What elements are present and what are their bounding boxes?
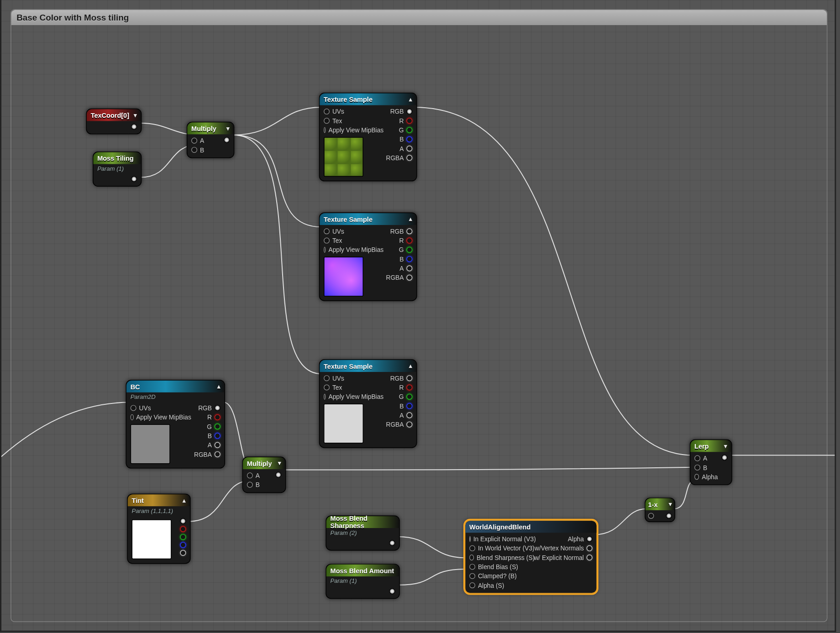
node-texture-sample-2[interactable]: Texture Sample ▴ UVs Tex Apply View MipB… bbox=[319, 212, 417, 301]
comment-title[interactable]: Base Color with Moss tiling bbox=[11, 10, 827, 25]
output-pin[interactable] bbox=[131, 124, 137, 130]
node-header[interactable]: WorldAlignedBlend bbox=[465, 521, 596, 533]
chevron-up-icon[interactable]: ▴ bbox=[409, 216, 412, 223]
node-moss-tiling[interactable]: Moss Tiling Param (1) bbox=[93, 152, 142, 187]
output-a[interactable]: A bbox=[399, 265, 412, 272]
output-pin[interactable] bbox=[180, 518, 186, 524]
input-alpha[interactable]: Alpha bbox=[694, 473, 718, 481]
node-world-aligned-blend[interactable]: WorldAlignedBlend In Explicit Normal (V3… bbox=[465, 520, 597, 594]
node-texture-sample-1[interactable]: Texture Sample ▴ UVs Tex Apply View MipB… bbox=[319, 93, 417, 181]
node-tint[interactable]: Tint ▴ Param (1,1,1,1) bbox=[127, 494, 190, 564]
output-g[interactable]: G bbox=[399, 393, 413, 400]
node-header[interactable]: Texture Sample ▴ bbox=[320, 360, 416, 372]
input-mipbias[interactable]: Apply View MipBias bbox=[324, 126, 383, 134]
input-alpha-s[interactable]: Alpha (S) bbox=[469, 582, 535, 589]
chevron-up-icon[interactable]: ▴ bbox=[217, 383, 220, 390]
output-g[interactable]: G bbox=[399, 246, 413, 253]
output-b[interactable]: B bbox=[208, 432, 220, 439]
input-uvs[interactable]: UVs bbox=[324, 375, 383, 382]
input-pin-a[interactable]: A bbox=[247, 472, 260, 479]
chevron-down-icon[interactable]: ▾ bbox=[134, 112, 137, 119]
output-r[interactable]: R bbox=[399, 384, 413, 391]
output-vertex-normals[interactable]: w/Vertex Normals bbox=[535, 544, 593, 552]
output-r[interactable]: R bbox=[399, 117, 413, 125]
node-multiply-2[interactable]: Multiply ▾ A B bbox=[242, 457, 286, 493]
node-header[interactable]: 1-x ▾ bbox=[646, 498, 675, 510]
input-mipbias[interactable]: Apply View MipBias bbox=[131, 413, 191, 421]
input-mipbias[interactable]: Apply View MipBias bbox=[324, 393, 383, 400]
input-mipbias[interactable]: Apply View MipBias bbox=[324, 246, 383, 253]
node-header[interactable]: BC ▴ bbox=[126, 381, 225, 392]
output-rgb[interactable]: RGB bbox=[390, 375, 413, 382]
input-pin[interactable] bbox=[648, 513, 654, 519]
output-rgb[interactable]: RGB bbox=[390, 108, 413, 115]
input-tex[interactable]: Tex bbox=[324, 117, 383, 125]
input-world-vector[interactable]: In World Vector (V3) bbox=[469, 544, 535, 552]
output-pin[interactable] bbox=[722, 455, 728, 460]
output-g[interactable]: G bbox=[399, 126, 413, 134]
output-pin[interactable] bbox=[389, 588, 395, 594]
output-rgb[interactable]: RGB bbox=[390, 228, 413, 235]
input-uvs[interactable]: UVs bbox=[131, 404, 191, 412]
node-moss-sharpness[interactable]: Moss Blend Sharpness Param (2) bbox=[326, 516, 399, 551]
input-tex[interactable]: Tex bbox=[324, 384, 383, 391]
node-header[interactable]: Tint ▴ bbox=[128, 494, 190, 506]
output-alpha[interactable]: Alpha bbox=[568, 535, 593, 543]
output-g[interactable]: G bbox=[207, 423, 220, 430]
output-a[interactable] bbox=[180, 550, 186, 556]
output-a[interactable]: A bbox=[208, 441, 220, 449]
chevron-down-icon[interactable]: ▾ bbox=[226, 125, 230, 132]
input-pin-b[interactable]: B bbox=[247, 481, 260, 488]
chevron-down-icon[interactable]: ▾ bbox=[724, 443, 727, 450]
chevron-up-icon[interactable]: ▴ bbox=[183, 497, 186, 504]
node-one-minus[interactable]: 1-x ▾ bbox=[645, 497, 675, 522]
node-moss-amount[interactable]: Moss Blend Amount Param (1) bbox=[326, 564, 399, 599]
output-r[interactable]: R bbox=[207, 413, 220, 421]
output-b[interactable]: B bbox=[399, 403, 412, 410]
node-bc[interactable]: BC ▴ Param2D UVs Apply View MipBias RGB … bbox=[126, 380, 226, 468]
node-texcoord[interactable]: TexCoord[0] ▾ bbox=[86, 109, 142, 135]
material-graph-canvas[interactable]: Base Color with Moss tiling bbox=[0, 0, 836, 632]
output-rgb[interactable]: RGB bbox=[198, 404, 220, 412]
input-uvs[interactable]: UVs bbox=[324, 108, 383, 115]
chevron-up-icon[interactable]: ▴ bbox=[409, 363, 412, 370]
output-b[interactable]: B bbox=[399, 256, 412, 263]
chevron-down-icon[interactable]: ▾ bbox=[278, 460, 281, 467]
node-lerp[interactable]: Lerp ▾ A B Alpha bbox=[690, 439, 732, 485]
output-rgba[interactable]: RGBA bbox=[386, 154, 412, 162]
output-b[interactable] bbox=[180, 542, 186, 548]
output-pin[interactable] bbox=[666, 513, 672, 519]
node-header[interactable]: Texture Sample ▴ bbox=[320, 213, 416, 225]
node-header[interactable]: Moss Blend Amount bbox=[326, 565, 399, 576]
node-texture-sample-3[interactable]: Texture Sample ▴ UVs Tex Apply View MipB… bbox=[319, 359, 417, 448]
input-explicit-normal[interactable]: In Explicit Normal (V3) bbox=[469, 535, 535, 543]
output-a[interactable]: A bbox=[399, 412, 412, 419]
node-multiply-1[interactable]: Multiply ▾ A B bbox=[187, 122, 234, 158]
input-pin-b[interactable]: B bbox=[191, 146, 204, 153]
output-rgba[interactable]: RGBA bbox=[386, 421, 412, 428]
output-pin[interactable] bbox=[389, 540, 395, 546]
input-bias[interactable]: Blend Bias (S) bbox=[469, 563, 535, 570]
node-header[interactable]: Moss Tiling bbox=[93, 152, 141, 164]
output-r[interactable] bbox=[180, 526, 186, 532]
node-header[interactable]: TexCoord[0] ▾ bbox=[87, 109, 141, 121]
chevron-up-icon[interactable]: ▴ bbox=[409, 96, 412, 103]
output-pin[interactable] bbox=[275, 472, 281, 478]
output-pin[interactable] bbox=[131, 176, 137, 182]
output-b[interactable]: B bbox=[399, 136, 412, 143]
chevron-down-icon[interactable]: ▾ bbox=[669, 501, 672, 508]
output-explicit-normal[interactable]: w/ Explicit Normal bbox=[534, 554, 592, 561]
node-header[interactable]: Texture Sample ▴ bbox=[320, 93, 416, 105]
node-header[interactable]: Moss Blend Sharpness bbox=[326, 516, 399, 528]
input-tex[interactable]: Tex bbox=[324, 237, 383, 244]
output-g[interactable] bbox=[180, 534, 186, 540]
output-rgba[interactable]: RGBA bbox=[194, 450, 220, 458]
input-b[interactable]: B bbox=[694, 464, 718, 471]
output-pin[interactable] bbox=[224, 137, 230, 143]
input-clamped[interactable]: Clamped? (B) bbox=[469, 572, 535, 580]
input-pin-a[interactable]: A bbox=[191, 137, 204, 144]
input-a[interactable]: A bbox=[694, 455, 718, 462]
input-uvs[interactable]: UVs bbox=[324, 228, 383, 235]
output-r[interactable]: R bbox=[399, 237, 413, 244]
output-a[interactable]: A bbox=[399, 145, 412, 152]
